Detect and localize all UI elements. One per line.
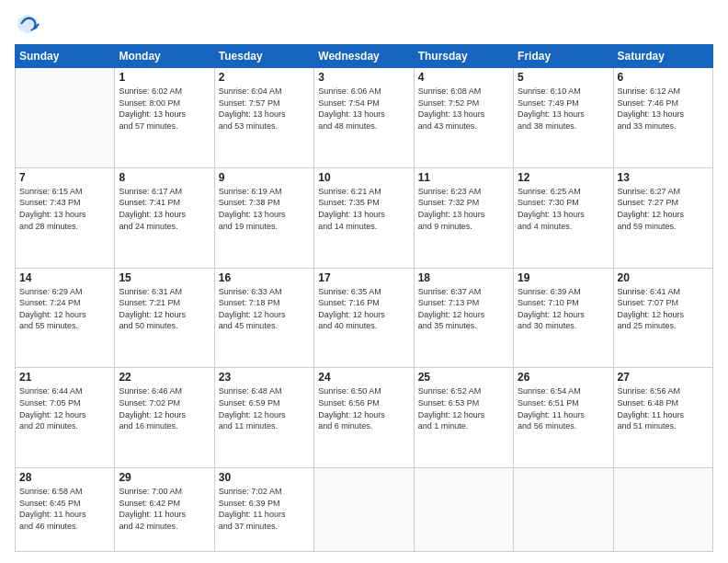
calendar-cell: 2Sunrise: 6:04 AM Sunset: 7:57 PM Daylig…: [214, 68, 313, 168]
day-info: Sunrise: 7:00 AM Sunset: 6:42 PM Dayligh…: [119, 486, 210, 532]
day-number: 6: [618, 71, 709, 84]
day-number: 26: [518, 371, 609, 384]
calendar-cell: 1Sunrise: 6:02 AM Sunset: 8:00 PM Daylig…: [115, 68, 214, 168]
calendar-cell: [16, 68, 115, 168]
weekday-header-tuesday: Tuesday: [214, 45, 313, 68]
calendar-cell: [414, 468, 513, 552]
calendar-cell: 22Sunrise: 6:46 AM Sunset: 7:02 PM Dayli…: [115, 368, 214, 468]
header: [15, 11, 713, 37]
calendar-cell: 8Sunrise: 6:17 AM Sunset: 7:41 PM Daylig…: [115, 167, 214, 268]
calendar-cell: [314, 468, 414, 552]
day-number: 28: [19, 471, 110, 484]
calendar-cell: 21Sunrise: 6:44 AM Sunset: 7:05 PM Dayli…: [16, 368, 115, 468]
day-info: Sunrise: 6:15 AM Sunset: 7:43 PM Dayligh…: [19, 186, 110, 232]
calendar-cell: 19Sunrise: 6:39 AM Sunset: 7:10 PM Dayli…: [514, 268, 613, 368]
day-info: Sunrise: 6:58 AM Sunset: 6:45 PM Dayligh…: [19, 486, 110, 532]
weekday-header-wednesday: Wednesday: [314, 45, 414, 68]
day-info: Sunrise: 6:35 AM Sunset: 7:16 PM Dayligh…: [318, 286, 409, 332]
weekday-header-monday: Monday: [115, 45, 214, 68]
calendar-cell: 17Sunrise: 6:35 AM Sunset: 7:16 PM Dayli…: [314, 268, 414, 368]
day-info: Sunrise: 6:46 AM Sunset: 7:02 PM Dayligh…: [119, 385, 210, 431]
day-number: 18: [418, 271, 509, 284]
day-info: Sunrise: 6:27 AM Sunset: 7:27 PM Dayligh…: [618, 186, 709, 232]
calendar-cell: 28Sunrise: 6:58 AM Sunset: 6:45 PM Dayli…: [16, 468, 115, 552]
day-info: Sunrise: 6:54 AM Sunset: 6:51 PM Dayligh…: [518, 385, 609, 431]
logo: [15, 11, 44, 37]
day-number: 13: [618, 171, 709, 184]
day-number: 27: [618, 371, 709, 384]
day-number: 21: [19, 371, 110, 384]
day-info: Sunrise: 6:48 AM Sunset: 6:59 PM Dayligh…: [219, 385, 310, 431]
day-info: Sunrise: 6:41 AM Sunset: 7:07 PM Dayligh…: [618, 286, 709, 332]
weekday-header-friday: Friday: [514, 45, 613, 68]
weekday-header-thursday: Thursday: [414, 45, 513, 68]
day-number: 12: [518, 171, 609, 184]
page: SundayMondayTuesdayWednesdayThursdayFrid…: [0, 0, 728, 563]
day-info: Sunrise: 6:08 AM Sunset: 7:52 PM Dayligh…: [418, 86, 509, 132]
day-info: Sunrise: 6:56 AM Sunset: 6:48 PM Dayligh…: [618, 385, 709, 431]
weekday-header-sunday: Sunday: [16, 45, 115, 68]
day-number: 1: [119, 71, 210, 84]
calendar-cell: 27Sunrise: 6:56 AM Sunset: 6:48 PM Dayli…: [613, 368, 712, 468]
day-info: Sunrise: 6:44 AM Sunset: 7:05 PM Dayligh…: [19, 385, 110, 431]
day-number: 29: [119, 471, 210, 484]
day-info: Sunrise: 6:06 AM Sunset: 7:54 PM Dayligh…: [318, 86, 409, 132]
calendar-cell: 5Sunrise: 6:10 AM Sunset: 7:49 PM Daylig…: [514, 68, 613, 168]
calendar-cell: 26Sunrise: 6:54 AM Sunset: 6:51 PM Dayli…: [514, 368, 613, 468]
calendar-table: SundayMondayTuesdayWednesdayThursdayFrid…: [15, 44, 713, 552]
day-number: 30: [219, 471, 310, 484]
week-row-1: 7Sunrise: 6:15 AM Sunset: 7:43 PM Daylig…: [16, 167, 713, 268]
day-number: 11: [418, 171, 509, 184]
day-info: Sunrise: 6:23 AM Sunset: 7:32 PM Dayligh…: [418, 186, 509, 232]
calendar-cell: [613, 468, 712, 552]
week-row-4: 28Sunrise: 6:58 AM Sunset: 6:45 PM Dayli…: [16, 468, 713, 552]
calendar-cell: [514, 468, 613, 552]
calendar-cell: 18Sunrise: 6:37 AM Sunset: 7:13 PM Dayli…: [414, 268, 513, 368]
day-number: 9: [219, 171, 310, 184]
day-info: Sunrise: 6:50 AM Sunset: 6:56 PM Dayligh…: [318, 385, 409, 431]
weekday-header-saturday: Saturday: [613, 45, 712, 68]
day-number: 15: [119, 271, 210, 284]
week-row-3: 21Sunrise: 6:44 AM Sunset: 7:05 PM Dayli…: [16, 368, 713, 468]
day-info: Sunrise: 7:02 AM Sunset: 6:39 PM Dayligh…: [219, 486, 310, 532]
day-number: 19: [518, 271, 609, 284]
calendar-cell: 16Sunrise: 6:33 AM Sunset: 7:18 PM Dayli…: [214, 268, 313, 368]
day-number: 23: [219, 371, 310, 384]
day-number: 24: [318, 371, 409, 384]
calendar-cell: 20Sunrise: 6:41 AM Sunset: 7:07 PM Dayli…: [613, 268, 712, 368]
calendar-cell: 9Sunrise: 6:19 AM Sunset: 7:38 PM Daylig…: [214, 167, 313, 268]
day-number: 5: [518, 71, 609, 84]
day-info: Sunrise: 6:52 AM Sunset: 6:53 PM Dayligh…: [418, 385, 509, 431]
day-number: 8: [119, 171, 210, 184]
week-row-2: 14Sunrise: 6:29 AM Sunset: 7:24 PM Dayli…: [16, 268, 713, 368]
calendar-cell: 3Sunrise: 6:06 AM Sunset: 7:54 PM Daylig…: [314, 68, 414, 168]
calendar-cell: 15Sunrise: 6:31 AM Sunset: 7:21 PM Dayli…: [115, 268, 214, 368]
calendar-cell: 4Sunrise: 6:08 AM Sunset: 7:52 PM Daylig…: [414, 68, 513, 168]
calendar-cell: 29Sunrise: 7:00 AM Sunset: 6:42 PM Dayli…: [115, 468, 214, 552]
day-info: Sunrise: 6:31 AM Sunset: 7:21 PM Dayligh…: [119, 286, 210, 332]
day-number: 25: [418, 371, 509, 384]
calendar-cell: 25Sunrise: 6:52 AM Sunset: 6:53 PM Dayli…: [414, 368, 513, 468]
calendar-cell: 24Sunrise: 6:50 AM Sunset: 6:56 PM Dayli…: [314, 368, 414, 468]
day-number: 4: [418, 71, 509, 84]
day-info: Sunrise: 6:19 AM Sunset: 7:38 PM Dayligh…: [219, 186, 310, 232]
calendar-cell: 6Sunrise: 6:12 AM Sunset: 7:46 PM Daylig…: [613, 68, 712, 168]
day-info: Sunrise: 6:10 AM Sunset: 7:49 PM Dayligh…: [518, 86, 609, 132]
day-number: 7: [19, 171, 110, 184]
day-info: Sunrise: 6:17 AM Sunset: 7:41 PM Dayligh…: [119, 186, 210, 232]
day-number: 22: [119, 371, 210, 384]
day-number: 3: [318, 71, 409, 84]
day-number: 10: [318, 171, 409, 184]
calendar-cell: 14Sunrise: 6:29 AM Sunset: 7:24 PM Dayli…: [16, 268, 115, 368]
calendar-cell: 11Sunrise: 6:23 AM Sunset: 7:32 PM Dayli…: [414, 167, 513, 268]
day-info: Sunrise: 6:12 AM Sunset: 7:46 PM Dayligh…: [618, 86, 709, 132]
calendar-cell: 7Sunrise: 6:15 AM Sunset: 7:43 PM Daylig…: [16, 167, 115, 268]
weekday-header-row: SundayMondayTuesdayWednesdayThursdayFrid…: [16, 45, 713, 68]
calendar-cell: 10Sunrise: 6:21 AM Sunset: 7:35 PM Dayli…: [314, 167, 414, 268]
logo-icon: [15, 11, 40, 37]
day-number: 17: [318, 271, 409, 284]
day-number: 14: [19, 271, 110, 284]
day-info: Sunrise: 6:39 AM Sunset: 7:10 PM Dayligh…: [518, 286, 609, 332]
week-row-0: 1Sunrise: 6:02 AM Sunset: 8:00 PM Daylig…: [16, 68, 713, 168]
day-info: Sunrise: 6:25 AM Sunset: 7:30 PM Dayligh…: [518, 186, 609, 232]
